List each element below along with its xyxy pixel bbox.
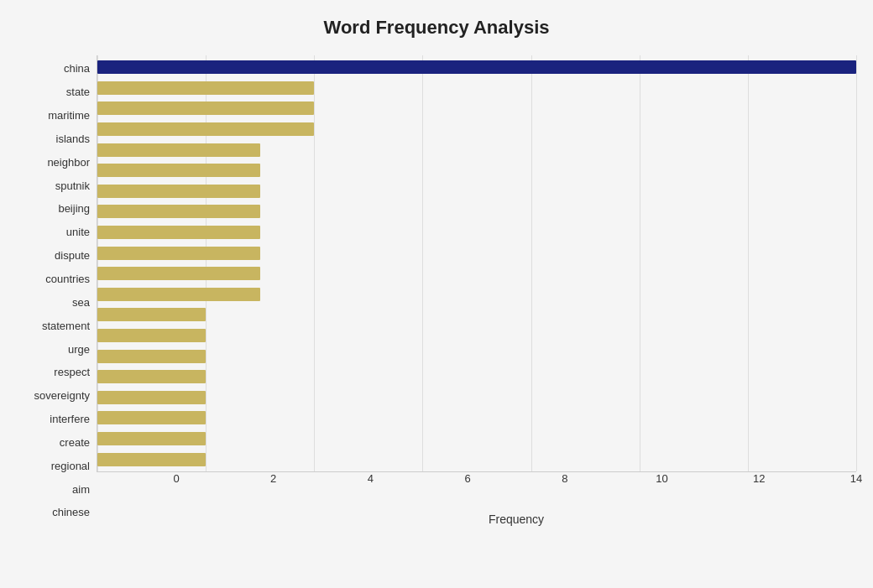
bar-aim	[97, 432, 206, 445]
bar-urge	[97, 308, 206, 321]
y-label-statement: statement	[42, 316, 90, 335]
bar-row-sea	[97, 264, 856, 283]
y-label-interfere: interfere	[50, 410, 90, 429]
bar-row-sovereignty	[97, 347, 856, 366]
x-tick-10: 10	[656, 472, 667, 485]
y-label-dispute: dispute	[55, 247, 90, 265]
bar-row-state	[97, 79, 856, 97]
bar-row-unite	[97, 202, 856, 221]
y-label-sovereignty: sovereignty	[34, 387, 90, 405]
x-tick-0: 0	[173, 472, 179, 485]
y-label-urge: urge	[68, 340, 90, 358]
bar-beijing	[97, 185, 260, 198]
y-label-aim: aim	[72, 480, 90, 498]
x-tick-2: 2	[270, 472, 276, 485]
bar-countries	[97, 247, 260, 260]
bar-row-beijing	[97, 182, 856, 200]
bar-sovereignty	[97, 350, 206, 363]
bar-dispute	[97, 226, 260, 239]
y-label-sputnik: sputnik	[55, 176, 90, 195]
y-label-maritime: maritime	[48, 107, 90, 125]
x-tick-14: 14	[850, 472, 862, 485]
bar-row-respect	[97, 326, 856, 345]
y-label-china: china	[64, 60, 90, 78]
bar-regional	[97, 411, 206, 424]
bar-sputnik	[97, 164, 260, 177]
bar-maritime	[97, 101, 314, 115]
bar-interfere	[97, 370, 206, 383]
chart-title: Word Frequency Analysis	[17, 17, 856, 39]
bar-chinese	[97, 453, 206, 466]
bar-row-create	[97, 388, 856, 407]
bar-row-sputnik	[97, 161, 856, 180]
bar-islands	[97, 122, 314, 136]
y-label-state: state	[66, 83, 90, 101]
chart-area: chinastatemaritimeislandsneighborsputnik…	[17, 55, 856, 526]
bar-row-islands	[97, 120, 856, 138]
bar-row-china	[97, 58, 856, 76]
x-tick-6: 6	[465, 472, 471, 485]
bar-row-chinese	[97, 450, 856, 469]
bar-row-interfere	[97, 367, 856, 386]
bar-create	[97, 391, 206, 404]
bars-area	[97, 55, 856, 472]
bar-row-maritime	[97, 99, 856, 117]
y-label-respect: respect	[54, 363, 90, 382]
x-tick-4: 4	[368, 472, 374, 485]
bar-row-dispute	[97, 223, 856, 242]
y-label-islands: islands	[56, 129, 90, 148]
x-tick-8: 8	[562, 472, 567, 485]
y-axis: chinastatemaritimeislandsneighborsputnik…	[17, 55, 97, 526]
grid-line-14	[856, 55, 857, 471]
bar-row-urge	[97, 305, 856, 324]
bar-statement	[97, 288, 260, 301]
bar-row-countries	[97, 244, 856, 263]
y-label-create: create	[60, 433, 90, 451]
bar-row-neighbor	[97, 141, 856, 159]
bar-sea	[97, 267, 260, 280]
y-label-sea: sea	[72, 293, 90, 311]
bar-neighbor	[97, 143, 260, 157]
bar-row-aim	[97, 429, 856, 448]
x-tick-12: 12	[753, 472, 765, 485]
bar-row-statement	[97, 285, 856, 304]
y-label-countries: countries	[45, 270, 90, 289]
bar-unite	[97, 205, 260, 218]
bar-respect	[97, 329, 206, 342]
x-axis-label: Frequency	[176, 513, 856, 526]
chart-container: Word Frequency Analysis chinastatemariti…	[0, 0, 873, 588]
y-label-unite: unite	[66, 223, 90, 242]
y-label-regional: regional	[51, 456, 90, 475]
y-label-neighbor: neighbor	[47, 153, 90, 171]
bar-row-regional	[97, 408, 856, 427]
bottom-section: 02468101214 Frequency	[176, 472, 856, 526]
bar-china	[97, 60, 856, 74]
bar-state	[97, 81, 314, 95]
y-label-beijing: beijing	[58, 200, 90, 218]
y-label-chinese: chinese	[52, 503, 90, 522]
